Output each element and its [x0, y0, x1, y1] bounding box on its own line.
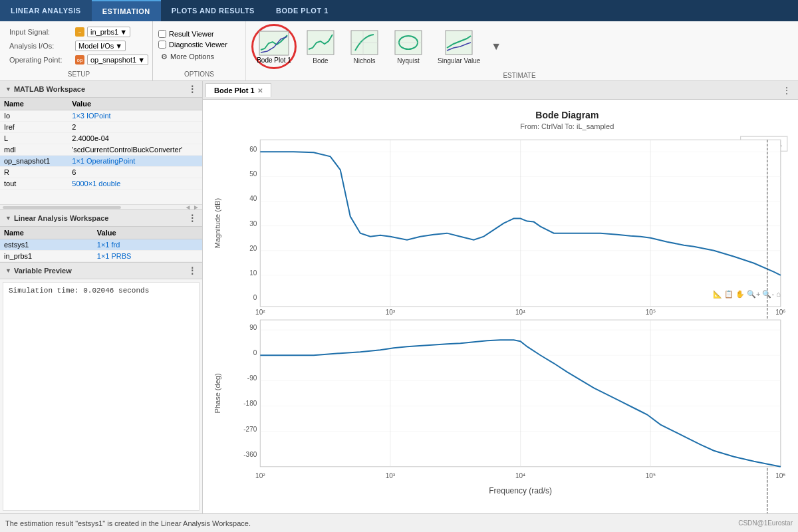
svg-text:10³: 10³ [386, 472, 396, 479]
input-signal-row: Input Signal: ~ in_prbs1 ▼ [9, 27, 130, 37]
table-row[interactable]: estsys11×1 frd [0, 239, 202, 251]
svg-text:90: 90 [249, 324, 257, 331]
linear-workspace-table-container[interactable]: Name Value estsys11×1 frdin_prbs11×1 PRB… [0, 227, 202, 262]
matlab-workspace-title: MATLAB Workspace [14, 85, 85, 93]
svg-text:-360: -360 [243, 451, 257, 458]
singular-value-btn[interactable]: Singular Value [432, 27, 485, 67]
tab-estimation[interactable]: ESTIMATION [92, 0, 161, 21]
svg-text:10⁶: 10⁶ [775, 472, 785, 479]
status-bar: The estimation result "estsys1" is creat… [0, 513, 798, 532]
ribbon-group-options: Result Viewer Diagnostic Viewer ⚙ More O… [153, 21, 246, 80]
table-cell-value: 2 [68, 122, 202, 133]
bode-plot1-icon [258, 30, 290, 57]
nichols-icon [350, 29, 379, 56]
table-row[interactable]: R6 [0, 167, 202, 178]
bode-plot-tab[interactable]: Bode Plot 1 ✕ [205, 83, 271, 97]
result-viewer-checkbox[interactable]: Result Viewer [158, 30, 214, 38]
tab-plots-results[interactable]: PLOTS AND RESULTS [161, 0, 265, 21]
dropdown-arrow-icon3: ▼ [138, 56, 145, 64]
more-options-btn[interactable]: ⚙ More Options [158, 51, 217, 63]
table-row[interactable]: Iref2 [0, 122, 202, 133]
svg-text:20: 20 [249, 245, 257, 252]
status-message: The estimation result "estsys1" is creat… [5, 519, 251, 527]
matlab-workspace-table-container[interactable]: Name Value Io1×3 IOPointIref2L2.4000e-04… [0, 98, 202, 204]
dropdown-arrow-icon: ▼ [120, 28, 127, 36]
matlab-col-name: Name [0, 98, 68, 110]
input-signal-label: Input Signal: [9, 28, 72, 36]
nyquist-icon [394, 29, 423, 56]
linear-workspace-header[interactable]: ▼ Linear Analysis Workspace [0, 210, 202, 227]
chart-options-btn[interactable]: ⋮ [778, 85, 795, 96]
bode-chart-area: Bode Diagram From: CtrlVal To: iL_sample… [203, 100, 798, 513]
result-viewer-check[interactable] [158, 30, 166, 38]
table-row[interactable]: mdl'scdCurrentControlBuckConverter' [0, 144, 202, 156]
gear-icon: ⚙ [161, 53, 168, 61]
diagnostic-viewer-checkbox[interactable]: Diagnostic Viewer [158, 41, 227, 49]
linear-workspace-more-btn[interactable] [188, 213, 197, 223]
table-cell-value: 'scdCurrentControlBuckConverter' [68, 144, 202, 156]
options-label: OPTIONS [158, 68, 240, 78]
tab-close-btn[interactable]: ✕ [257, 87, 263, 94]
svg-text:10⁴: 10⁴ [515, 472, 525, 479]
matlab-workspace-more-btn[interactable] [188, 84, 197, 94]
ribbon: Input Signal: ~ in_prbs1 ▼ Analysis I/Os… [0, 21, 798, 81]
variable-preview-more-btn[interactable] [188, 265, 197, 276]
svg-text:0: 0 [253, 294, 257, 301]
operating-point-row: Operating Point: op op_snapshot1 ▼ [9, 55, 148, 65]
estimate-more-btn[interactable]: ▼ [491, 41, 501, 53]
svg-text:📐 📋 ✋ 🔍+ 🔍- ⌂: 📐 📋 ✋ 🔍+ 🔍- ⌂ [713, 289, 781, 299]
matlab-workspace-table: Name Value Io1×3 IOPointIref2L2.4000e-04… [0, 98, 202, 190]
svg-text:Phase (deg): Phase (deg) [213, 373, 221, 413]
linear-workspace-title: Linear Analysis Workspace [14, 214, 108, 222]
table-cell-name: mdl [0, 144, 68, 156]
tab-bode-plot-1[interactable]: BODE PLOT 1 [265, 0, 339, 21]
table-cell-value: 1×3 IOPoint [68, 110, 202, 122]
table-cell-value: 1×1 frd [93, 239, 202, 251]
operating-point-dropdown[interactable]: op_snapshot1 ▼ [87, 55, 148, 65]
table-row[interactable]: in_prbs11×1 PRBS [0, 251, 202, 262]
variable-preview-header[interactable]: ▼ Variable Preview [0, 263, 202, 279]
matlab-workspace-section: ▼ MATLAB Workspace Name Value Io1×3 IOPo… [0, 81, 202, 210]
linear-workspace-table: Name Value estsys11×1 frdin_prbs11×1 PRB… [0, 227, 202, 262]
analysis-ios-label: Analysis I/Os: [9, 42, 72, 50]
left-panel: ▼ MATLAB Workspace Name Value Io1×3 IOPo… [0, 81, 203, 513]
table-cell-value: 2.4000e-04 [68, 133, 202, 144]
input-signal-dropdown[interactable]: in_prbs1 ▼ [87, 27, 130, 37]
svg-text:0: 0 [253, 349, 257, 356]
table-cell-value: 1×1 PRBS [93, 251, 202, 262]
analysis-ios-dropdown[interactable]: Model I/Os ▼ [75, 41, 126, 51]
diagnostic-viewer-check[interactable] [158, 41, 166, 49]
ribbon-group-estimate: Bode Plot 1 Bode Nichols [246, 21, 793, 80]
svg-text:10⁵: 10⁵ [646, 309, 656, 316]
input-signal-icon: ~ [75, 27, 84, 37]
dropdown-arrow-icon2: ▼ [115, 42, 122, 50]
estimate-label: ESTIMATE [251, 69, 787, 79]
chart-tab-bar: Bode Plot 1 ✕ ⋮ [203, 81, 798, 100]
main-toolbar: LINEAR ANALYSIS ESTIMATION PLOTS AND RES… [0, 0, 798, 21]
horizontal-scrollbar[interactable]: ◄ ► [0, 204, 202, 209]
operating-point-label: Operating Point: [9, 56, 72, 64]
collapse-arrow-icon: ▼ [5, 86, 11, 92]
table-row[interactable]: tout5000×1 double [0, 178, 202, 190]
table-cell-value: 6 [68, 167, 202, 178]
linear-col-value: Value [93, 227, 202, 239]
table-row[interactable]: Io1×3 IOPoint [0, 110, 202, 122]
svg-text:10⁵: 10⁵ [646, 472, 656, 479]
table-row[interactable]: op_snapshot11×1 OperatingPoint [0, 156, 202, 167]
right-panel: Bode Plot 1 ✕ ⋮ Bode Diagram From: CtrlV… [203, 81, 798, 513]
variable-preview-content: Simulation time: 0.02046 seconds [3, 282, 200, 511]
tab-linear-analysis[interactable]: LINEAR ANALYSIS [0, 0, 92, 21]
table-cell-value: 5000×1 double [68, 178, 202, 190]
svg-text:10²: 10² [255, 309, 265, 316]
bode-plot1-btn[interactable]: Bode Plot 1 [251, 24, 297, 69]
op-icon: op [75, 55, 84, 65]
table-cell-name: Iref [0, 122, 68, 133]
nyquist-btn[interactable]: Nyquist [388, 27, 428, 67]
nichols-btn[interactable]: Nichols [344, 27, 384, 67]
matlab-workspace-header[interactable]: ▼ MATLAB Workspace [0, 81, 202, 98]
bode-btn[interactable]: Bode [301, 27, 340, 67]
main-layout: ▼ MATLAB Workspace Name Value Io1×3 IOPo… [0, 81, 798, 513]
bode-plot1-label: Bode Plot 1 [257, 57, 291, 64]
svg-text:Magnitude (dB): Magnitude (dB) [213, 198, 221, 248]
table-row[interactable]: L2.4000e-04 [0, 133, 202, 144]
